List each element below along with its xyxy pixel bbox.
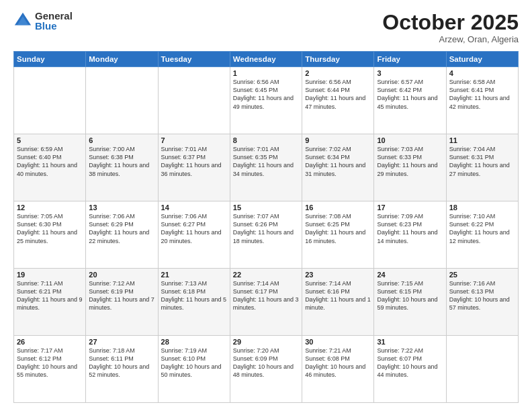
day-number: 26 xyxy=(17,338,83,346)
day-number: 29 xyxy=(233,338,299,346)
cell-text: Sunrise: 7:19 AM Sunset: 6:10 PM Dayligh… xyxy=(161,347,227,379)
col-saturday: Saturday xyxy=(446,52,518,67)
month-title: October 2025 xyxy=(382,11,519,34)
day-number: 5 xyxy=(17,136,83,144)
col-friday: Friday xyxy=(374,52,446,67)
calendar-cell: 19Sunrise: 7:11 AM Sunset: 6:21 PM Dayli… xyxy=(14,269,86,336)
calendar-week-2: 5Sunrise: 6:59 AM Sunset: 6:40 PM Daylig… xyxy=(14,134,519,201)
cell-text: Sunrise: 7:12 AM Sunset: 6:19 PM Dayligh… xyxy=(89,279,154,312)
day-number: 4 xyxy=(449,69,515,77)
calendar-cell: 18Sunrise: 7:10 AM Sunset: 6:22 PM Dayli… xyxy=(446,201,518,269)
cell-text: Sunrise: 7:04 AM Sunset: 6:31 PM Dayligh… xyxy=(449,145,515,178)
header: General Blue October 2025 Arzew, Oran, A… xyxy=(13,11,519,44)
calendar-cell: 6Sunrise: 7:00 AM Sunset: 6:38 PM Daylig… xyxy=(86,134,158,201)
day-number: 23 xyxy=(305,271,371,279)
day-number: 6 xyxy=(89,136,154,144)
cell-text: Sunrise: 7:11 AM Sunset: 6:21 PM Dayligh… xyxy=(17,279,83,312)
cell-text: Sunrise: 7:01 AM Sunset: 6:37 PM Dayligh… xyxy=(161,145,227,178)
cell-text: Sunrise: 7:03 AM Sunset: 6:33 PM Dayligh… xyxy=(377,145,443,178)
day-number: 13 xyxy=(89,203,154,212)
cell-text: Sunrise: 7:14 AM Sunset: 6:16 PM Dayligh… xyxy=(305,279,371,312)
cell-text: Sunrise: 7:18 AM Sunset: 6:11 PM Dayligh… xyxy=(89,347,154,379)
cell-text: Sunrise: 6:56 AM Sunset: 6:45 PM Dayligh… xyxy=(233,78,299,111)
header-row: Sunday Monday Tuesday Wednesday Thursday… xyxy=(14,52,519,67)
cell-text: Sunrise: 7:21 AM Sunset: 6:08 PM Dayligh… xyxy=(305,347,371,379)
cell-text: Sunrise: 7:13 AM Sunset: 6:18 PM Dayligh… xyxy=(161,279,227,312)
cell-text: Sunrise: 7:20 AM Sunset: 6:09 PM Dayligh… xyxy=(233,347,299,379)
cell-text: Sunrise: 6:58 AM Sunset: 6:41 PM Dayligh… xyxy=(449,78,515,111)
calendar-cell: 13Sunrise: 7:06 AM Sunset: 6:29 PM Dayli… xyxy=(86,201,158,269)
day-number: 3 xyxy=(377,69,443,77)
cell-text: Sunrise: 7:05 AM Sunset: 6:30 PM Dayligh… xyxy=(17,212,83,245)
day-number: 1 xyxy=(233,69,299,77)
calendar-cell: 21Sunrise: 7:13 AM Sunset: 6:18 PM Dayli… xyxy=(158,269,230,336)
cell-text: Sunrise: 7:07 AM Sunset: 6:26 PM Dayligh… xyxy=(233,212,299,245)
calendar-cell: 1Sunrise: 6:56 AM Sunset: 6:45 PM Daylig… xyxy=(230,67,302,134)
day-number: 14 xyxy=(161,203,227,212)
calendar-cell: 28Sunrise: 7:19 AM Sunset: 6:10 PM Dayli… xyxy=(158,336,230,403)
day-number: 11 xyxy=(449,136,515,144)
day-number: 19 xyxy=(17,271,83,279)
cell-text: Sunrise: 6:56 AM Sunset: 6:44 PM Dayligh… xyxy=(305,78,371,111)
cell-text: Sunrise: 7:06 AM Sunset: 6:29 PM Dayligh… xyxy=(89,212,154,245)
calendar-cell: 4Sunrise: 6:58 AM Sunset: 6:41 PM Daylig… xyxy=(446,67,518,134)
day-number: 8 xyxy=(233,136,299,144)
calendar-body: 1Sunrise: 6:56 AM Sunset: 6:45 PM Daylig… xyxy=(14,67,519,403)
day-number: 28 xyxy=(161,338,227,346)
page: General Blue October 2025 Arzew, Oran, A… xyxy=(0,0,532,411)
col-sunday: Sunday xyxy=(14,52,86,67)
logo-general-text: General xyxy=(35,11,73,21)
day-number: 31 xyxy=(377,338,443,346)
calendar-cell xyxy=(14,67,86,134)
calendar-cell: 24Sunrise: 7:15 AM Sunset: 6:15 PM Dayli… xyxy=(374,269,446,336)
location-subtitle: Arzew, Oran, Algeria xyxy=(382,34,519,44)
day-number: 20 xyxy=(89,271,154,279)
logo-icon xyxy=(13,11,32,30)
calendar-cell: 25Sunrise: 7:16 AM Sunset: 6:13 PM Dayli… xyxy=(446,269,518,336)
cell-text: Sunrise: 7:14 AM Sunset: 6:17 PM Dayligh… xyxy=(233,279,299,312)
cell-text: Sunrise: 7:00 AM Sunset: 6:38 PM Dayligh… xyxy=(89,145,154,178)
cell-text: Sunrise: 7:02 AM Sunset: 6:34 PM Dayligh… xyxy=(305,145,371,178)
calendar-cell: 8Sunrise: 7:01 AM Sunset: 6:35 PM Daylig… xyxy=(230,134,302,201)
col-wednesday: Wednesday xyxy=(230,52,302,67)
calendar-cell: 23Sunrise: 7:14 AM Sunset: 6:16 PM Dayli… xyxy=(302,269,374,336)
col-monday: Monday xyxy=(86,52,158,67)
calendar-table: Sunday Monday Tuesday Wednesday Thursday… xyxy=(13,51,519,403)
logo: General Blue xyxy=(13,11,73,31)
logo-text: General Blue xyxy=(35,11,73,31)
cell-text: Sunrise: 7:10 AM Sunset: 6:22 PM Dayligh… xyxy=(449,212,515,245)
day-number: 30 xyxy=(305,338,371,346)
calendar-cell: 29Sunrise: 7:20 AM Sunset: 6:09 PM Dayli… xyxy=(230,336,302,403)
calendar-cell: 26Sunrise: 7:17 AM Sunset: 6:12 PM Dayli… xyxy=(14,336,86,403)
cell-text: Sunrise: 7:06 AM Sunset: 6:27 PM Dayligh… xyxy=(161,212,227,245)
col-thursday: Thursday xyxy=(302,52,374,67)
day-number: 18 xyxy=(449,203,515,212)
cell-text: Sunrise: 7:15 AM Sunset: 6:15 PM Dayligh… xyxy=(377,279,443,312)
cell-text: Sunrise: 7:17 AM Sunset: 6:12 PM Dayligh… xyxy=(17,347,83,379)
cell-text: Sunrise: 7:08 AM Sunset: 6:25 PM Dayligh… xyxy=(305,212,371,245)
calendar-week-3: 12Sunrise: 7:05 AM Sunset: 6:30 PM Dayli… xyxy=(14,201,519,269)
calendar-cell xyxy=(446,336,518,403)
calendar-header: Sunday Monday Tuesday Wednesday Thursday… xyxy=(14,52,519,67)
calendar-cell: 7Sunrise: 7:01 AM Sunset: 6:37 PM Daylig… xyxy=(158,134,230,201)
calendar-cell: 14Sunrise: 7:06 AM Sunset: 6:27 PM Dayli… xyxy=(158,201,230,269)
calendar-cell xyxy=(86,67,158,134)
day-number: 22 xyxy=(233,271,299,279)
cell-text: Sunrise: 7:01 AM Sunset: 6:35 PM Dayligh… xyxy=(233,145,299,178)
calendar-cell: 20Sunrise: 7:12 AM Sunset: 6:19 PM Dayli… xyxy=(86,269,158,336)
day-number: 10 xyxy=(377,136,443,144)
col-tuesday: Tuesday xyxy=(158,52,230,67)
calendar-cell: 3Sunrise: 6:57 AM Sunset: 6:42 PM Daylig… xyxy=(374,67,446,134)
calendar-cell: 11Sunrise: 7:04 AM Sunset: 6:31 PM Dayli… xyxy=(446,134,518,201)
calendar-cell: 5Sunrise: 6:59 AM Sunset: 6:40 PM Daylig… xyxy=(14,134,86,201)
calendar-cell: 17Sunrise: 7:09 AM Sunset: 6:23 PM Dayli… xyxy=(374,201,446,269)
calendar-cell: 2Sunrise: 6:56 AM Sunset: 6:44 PM Daylig… xyxy=(302,67,374,134)
calendar-week-1: 1Sunrise: 6:56 AM Sunset: 6:45 PM Daylig… xyxy=(14,67,519,134)
logo-blue-text: Blue xyxy=(35,21,73,31)
calendar-cell: 16Sunrise: 7:08 AM Sunset: 6:25 PM Dayli… xyxy=(302,201,374,269)
cell-text: Sunrise: 6:57 AM Sunset: 6:42 PM Dayligh… xyxy=(377,78,443,111)
day-number: 9 xyxy=(305,136,371,144)
cell-text: Sunrise: 6:59 AM Sunset: 6:40 PM Dayligh… xyxy=(17,145,83,178)
title-block: October 2025 Arzew, Oran, Algeria xyxy=(382,11,519,44)
calendar-cell: 12Sunrise: 7:05 AM Sunset: 6:30 PM Dayli… xyxy=(14,201,86,269)
